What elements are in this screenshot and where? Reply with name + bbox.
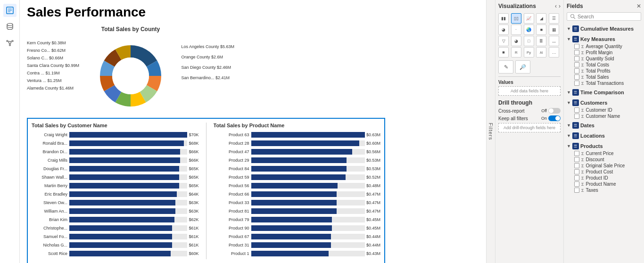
bar-row: Shawn Wall... $65K [32,173,199,181]
field-group-header[interactable]: ▼ ☰ Products [567,142,641,150]
viz-icon-matrix[interactable]: ⚋ [549,36,559,46]
field-item[interactable]: Σ Taxes [567,187,641,193]
field-item[interactable]: Σ Average Quantity [567,43,641,49]
bar-track [251,200,365,205]
viz-analytics-btn[interactable]: 🔎 [515,60,530,74]
fields-panel-close[interactable]: ✕ [636,3,641,9]
bar-row: Product 29 $0.53M [214,156,381,164]
field-checkbox[interactable] [574,81,579,86]
field-item[interactable]: Σ Total Sales [567,74,641,80]
field-item[interactable]: Σ Product Cost [567,169,641,175]
field-checkbox[interactable] [574,163,579,168]
sigma-icon: Σ [581,114,584,119]
bar-label: Product 31 [214,243,251,247]
viz-icon-scatter[interactable]: ⋅ [511,25,521,35]
field-checkbox[interactable] [574,62,579,67]
field-group-header[interactable]: ▼ ☰ Dates [567,121,641,130]
sigma-icon: Σ [581,176,584,181]
field-group: ▼ ☰ Products Σ Current Price Σ Discount … [567,142,641,193]
field-item[interactable]: Σ Product ID [567,175,641,181]
field-item[interactable]: Σ Current Price [567,150,641,156]
bar-fill [69,149,180,155]
viz-icons-grid: ▮▮ ▯▯ 📈 ◢ ☰ ◕ ⋅ 🌏 ■ ▦ ▽ ◕ □ ≣ ⚋ ■ R Py A… [498,13,561,58]
keep-filters-toggle[interactable]: On [541,115,561,121]
field-checkbox[interactable] [574,44,579,49]
bar-fill [69,242,172,248]
fields-search-input[interactable] [578,14,638,19]
field-item[interactable]: Σ Total Costs [567,62,641,68]
bar-label: Shawn Wall... [32,175,69,180]
field-item[interactable]: Σ Total Profits [567,68,641,74]
field-group-header[interactable]: ▼ ☰ Customers [567,99,641,107]
field-item[interactable]: Σ Product Name [567,181,641,187]
viz-icon-bar[interactable]: ▮▮ [498,13,509,24]
field-item[interactable]: Σ Customer Name [567,113,641,119]
field-group-header[interactable]: ▼ ☰ Cumulative Measures [567,25,641,33]
field-item[interactable]: Σ Discount [567,156,641,163]
fields-search-box[interactable] [567,12,641,21]
field-checkbox[interactable] [574,181,579,187]
field-checkbox[interactable] [574,151,579,156]
field-checkbox[interactable] [574,50,579,55]
add-drill-box[interactable]: Add drill-through fields here [498,123,561,132]
viz-format-btn[interactable]: ✎ [498,60,513,74]
bar-value: $0.56M [366,149,380,154]
bar-row: Product 79 $0.45M [214,216,381,223]
field-checkbox[interactable] [574,107,579,113]
viz-icon-area[interactable]: ◢ [536,13,546,24]
bar-row: Steven Ow... $63K [32,199,199,206]
viz-icon-card[interactable]: □ [524,36,534,46]
sigma-icon: Σ [581,157,584,162]
viz-icon-column[interactable]: ▯▯ [511,13,521,24]
viz-panel-forward[interactable]: › [559,3,561,9]
field-checkbox[interactable] [574,157,579,162]
viz-icon-gauge[interactable]: ◕ [511,36,521,46]
cross-report-toggle[interactable]: Off [541,108,561,114]
sidebar-icon-report[interactable] [3,4,17,17]
viz-icon-waterfall[interactable]: ▦ [549,25,559,35]
viz-icon-r[interactable]: R [511,47,521,58]
filters-strip[interactable]: Filters [486,0,495,263]
viz-icon-pie[interactable]: ◕ [498,25,509,35]
field-group-header[interactable]: ▼ ☰ Locations [567,132,641,140]
field-item[interactable]: Σ Customer ID [567,107,641,113]
add-data-field-box[interactable]: Add data fields here [498,86,561,96]
viz-icon-py[interactable]: Py [524,47,534,58]
field-item[interactable]: Σ Profit Margin [567,49,641,56]
field-checkbox[interactable] [574,68,579,74]
viz-icon-more[interactable]: … [549,47,559,58]
field-group-header[interactable]: ▼ ☰ Time Comparison [567,88,641,97]
viz-icon-funnel[interactable]: ▽ [498,36,509,46]
viz-panel-back[interactable]: ‹ [555,3,557,9]
product-bars-container: Product 63 $0.63M Product 28 $0.60M Prod… [214,131,381,259]
viz-icon-map[interactable]: 🌏 [524,25,534,35]
field-checkbox[interactable] [574,114,579,119]
bar-label: Steven Ow... [32,200,69,205]
field-checkbox[interactable] [574,169,579,174]
bar-label: Samuel Fo... [32,234,69,239]
table-icon: ☰ [572,89,579,96]
field-checkbox[interactable] [574,56,579,61]
bar-fill [69,191,177,197]
field-group-header[interactable]: ▼ ☰ Key Measures [567,35,641,43]
field-group-name: Locations [580,133,605,139]
bar-label: Product 79 [214,217,251,222]
bar-track [251,183,365,189]
sidebar-icon-data[interactable] [3,20,17,33]
field-checkbox[interactable] [574,74,579,80]
viz-icon-line[interactable]: 📈 [524,13,534,24]
field-item[interactable]: Σ Original Sale Price [567,163,641,169]
sidebar-icon-model[interactable] [3,36,17,49]
field-checkbox[interactable] [574,188,579,193]
field-checkbox[interactable] [574,175,579,181]
field-item[interactable]: Σ Total Transactions [567,80,641,86]
svg-point-8 [9,44,10,46]
field-item[interactable]: Σ Quantity Sold [567,56,641,62]
sigma-icon: Σ [581,50,584,55]
viz-icon-stacked[interactable]: ☰ [549,13,559,24]
viz-icon-ai[interactable]: AI [536,47,546,58]
viz-icon-slicer[interactable]: ■ [498,47,509,58]
field-group-name: Products [580,143,603,149]
viz-icon-treemap[interactable]: ■ [536,25,546,35]
viz-icon-table[interactable]: ≣ [536,36,546,46]
